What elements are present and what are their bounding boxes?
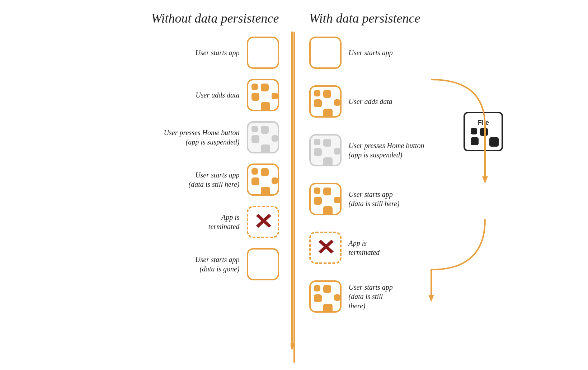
left-step-3: User presses Home button(app is suspende…	[14, 121, 279, 153]
left-step-3-label: User presses Home button(app is suspende…	[164, 128, 240, 147]
right-step-6-label: User starts app(data is stillthere)	[349, 283, 393, 310]
right-icon-2	[309, 85, 342, 118]
left-icon-3	[247, 121, 279, 153]
svg-marker-2	[482, 176, 488, 184]
right-step-3-label: User presses Home button(app is suspende…	[349, 141, 424, 160]
right-step-1-label: User starts app	[349, 48, 393, 57]
left-icon-6	[247, 248, 279, 280]
right-icon-6	[309, 280, 342, 313]
right-title: With data persistence	[309, 11, 420, 26]
left-title: Without data persistence	[151, 11, 279, 26]
left-icon-5: ✕	[247, 206, 279, 238]
right-column: With data persistence User starts app	[295, 7, 581, 363]
right-step-5: ✕ App isterminated	[309, 232, 424, 264]
right-step-6: User starts app(data is stillthere)	[309, 280, 424, 313]
left-timeline-arrow	[291, 32, 293, 359]
right-step-5-label: App isterminated	[349, 238, 380, 257]
svg-marker-1	[291, 343, 293, 351]
right-steps: User starts app	[309, 37, 424, 319]
left-step-6: User starts app(data is gone)	[14, 248, 279, 280]
left-step-6-label: User starts app(data is gone)	[195, 255, 239, 274]
left-step-4-label: User starts app(data is still here)	[188, 170, 239, 189]
right-step-2: User adds data	[309, 85, 424, 118]
x-mark-right: ✕	[315, 237, 335, 258]
right-icon-3	[309, 134, 342, 166]
left-step-4: User starts app(data is still here)	[14, 163, 279, 196]
right-step-1: User starts app	[309, 37, 424, 69]
right-step-2-label: User adds data	[349, 97, 392, 106]
left-step-5-label: App isterminated	[208, 213, 240, 231]
left-icon-2	[247, 79, 279, 111]
right-icon-4	[309, 183, 342, 215]
left-step-2-label: User adds data	[196, 90, 239, 100]
curved-arrow	[428, 69, 507, 320]
right-step-4: User starts app(data is still here)	[309, 183, 424, 215]
left-icon-4	[247, 163, 279, 196]
left-step-1-label: User starts app	[195, 48, 239, 57]
x-mark-left: ✕	[253, 211, 273, 233]
left-step-2: User adds data	[14, 79, 279, 111]
right-icon-5: ✕	[309, 232, 342, 264]
left-step-1: User starts app	[14, 37, 279, 69]
svg-marker-3	[428, 295, 434, 302]
left-step-5: App isterminated ✕	[14, 206, 279, 238]
right-step-4-label: User starts app(data is still here)	[349, 190, 400, 208]
right-step-3: User presses Home button(app is suspende…	[309, 134, 424, 166]
right-content: User starts app	[309, 37, 574, 320]
right-icon-1	[309, 37, 342, 69]
file-arrow-container: File	[435, 69, 507, 320]
main-container: Without data persistence User starts app…	[7, 7, 581, 363]
left-column: Without data persistence User starts app…	[7, 7, 293, 363]
left-icon-1	[247, 37, 279, 69]
